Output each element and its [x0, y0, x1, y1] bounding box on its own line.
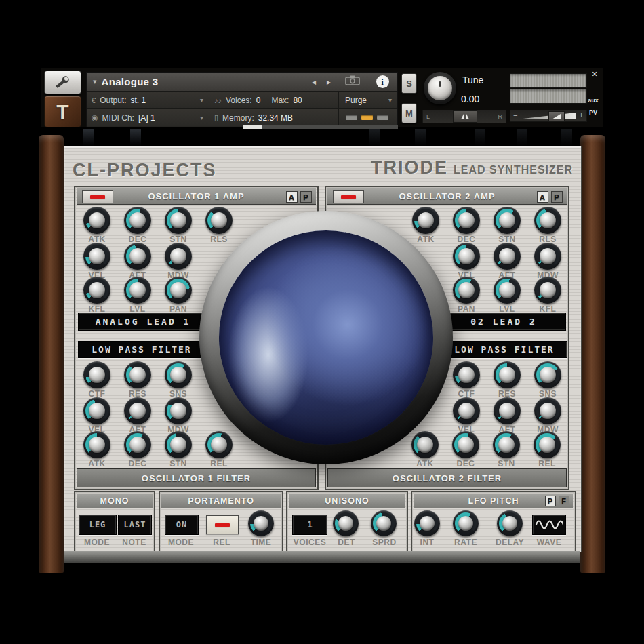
mono-leg-button[interactable]: LEG: [79, 515, 117, 535]
pv-button[interactable]: PV: [586, 109, 601, 116]
pan-handle[interactable]: [453, 110, 477, 123]
lfo-wave-label: WAVE: [537, 538, 561, 547]
knob-lvl-control[interactable]: [494, 277, 521, 304]
knob-ctf-control[interactable]: [453, 361, 480, 388]
knob-sns: SNS: [158, 361, 199, 399]
knob-rls-control[interactable]: [534, 207, 561, 234]
knob-pan-control[interactable]: [165, 277, 192, 304]
knob-cap: [498, 437, 515, 453]
osc1-p-button[interactable]: P: [300, 191, 312, 203]
portamento-rel-button[interactable]: [206, 515, 239, 534]
knob-rel-control[interactable]: [534, 431, 561, 458]
aux-button[interactable]: aux: [586, 97, 601, 104]
knob-atk-control[interactable]: [83, 431, 110, 458]
knob-dec-control[interactable]: [453, 207, 480, 234]
close-button[interactable]: ×: [587, 68, 602, 79]
knob-vel-control[interactable]: [83, 243, 110, 270]
knob-dec-control[interactable]: [124, 431, 151, 458]
knob-ctf-control[interactable]: [83, 361, 110, 388]
knob-stn-control[interactable]: [493, 431, 520, 458]
lfo-wave-display[interactable]: [532, 515, 566, 535]
mute-button[interactable]: M: [401, 103, 417, 123]
snapshot-camera-button[interactable]: [338, 73, 367, 91]
knob-stn-control[interactable]: [165, 431, 192, 458]
knob-res-control[interactable]: [124, 361, 151, 388]
knob-pan-control[interactable]: [453, 277, 480, 304]
knob-stn-control[interactable]: [494, 207, 521, 234]
osc2-filter-type-display[interactable]: LOW PASS FILTER: [441, 341, 567, 358]
instrument-dropdown-icon[interactable]: ▾: [93, 77, 97, 86]
purge-menu[interactable]: Purge ▾: [339, 92, 397, 108]
knob-cap: [129, 367, 146, 383]
knob-atk-control[interactable]: [412, 207, 439, 234]
knob-rel-control[interactable]: [205, 431, 233, 458]
minimize-button[interactable]: –: [587, 81, 602, 92]
output-value: st. 1: [130, 96, 146, 105]
knob-sns: SNS: [527, 361, 568, 399]
output-caret-icon[interactable]: ▾: [200, 96, 203, 104]
tune-label: Tune: [462, 75, 483, 85]
knob-kfl-control[interactable]: [534, 277, 561, 304]
lfo-p-button[interactable]: P: [545, 496, 556, 506]
osc1-a-button[interactable]: A: [286, 191, 298, 203]
knob-cap: [540, 282, 556, 298]
knob-aft-control[interactable]: [494, 243, 521, 270]
osc2-amp-header: OSCILLATOR 2 AMP A P: [327, 188, 567, 205]
tune-value[interactable]: 0.00: [461, 94, 479, 104]
scrollbar-thumb[interactable]: [243, 125, 262, 129]
volume-slider[interactable]: − +: [510, 110, 587, 122]
knob-sns-control[interactable]: [165, 361, 192, 388]
portamento-mode-button[interactable]: ON: [165, 515, 199, 535]
knob-mdw-control[interactable]: [165, 397, 192, 424]
osc1-preset-display[interactable]: ANALOG LEAD 1: [78, 313, 208, 331]
pan-slider[interactable]: L R: [422, 110, 506, 123]
knob-mdw-control[interactable]: [165, 243, 192, 270]
next-instrument-icon[interactable]: ▸: [327, 77, 331, 87]
triode-logo[interactable]: T: [44, 96, 81, 127]
mono-last-button[interactable]: LAST: [118, 515, 152, 535]
tune-knob[interactable]: [424, 72, 456, 104]
knob-cap: [499, 282, 515, 298]
knob-cap: [540, 212, 556, 228]
knob-aft-control[interactable]: [124, 243, 151, 270]
knob-aft-control[interactable]: [124, 397, 151, 424]
solo-button[interactable]: S: [401, 73, 417, 94]
knob-vel-control[interactable]: [83, 397, 110, 424]
portamento-time-label: TIME: [251, 538, 272, 547]
knob-res-control[interactable]: [494, 361, 521, 388]
unisono-voices-display[interactable]: 1: [292, 515, 327, 535]
wrench-button[interactable]: [44, 71, 81, 94]
osc2-a-button[interactable]: A: [537, 191, 548, 203]
midi-channel-select[interactable]: ◉ MIDI Ch: [A] 1 ▾: [87, 109, 209, 126]
knob-sns-control[interactable]: [534, 361, 561, 388]
output-select[interactable]: € Output: st. 1 ▾: [87, 92, 209, 108]
volume-handle[interactable]: [548, 111, 565, 122]
purge-caret-icon[interactable]: ▾: [388, 96, 392, 104]
prev-instrument-icon[interactable]: ◂: [312, 77, 316, 87]
knob-rls-control[interactable]: [205, 207, 233, 234]
knob-aft-control[interactable]: [494, 397, 521, 424]
osc2-preset-display[interactable]: 02 LEAD 2: [441, 313, 566, 331]
lfo-rate-label: RATE: [454, 538, 477, 547]
unisono-panel: UNISONO 1 VOICES DET SPRD: [286, 491, 408, 555]
knob-atk-control[interactable]: [411, 431, 439, 458]
osc1-filter-type-display[interactable]: LOW PASS FILTER: [78, 341, 205, 358]
osc2-p-button[interactable]: P: [551, 191, 563, 203]
knob-vel-control[interactable]: [453, 397, 480, 424]
knob-mdw-control[interactable]: [534, 397, 561, 424]
lfo-f-button[interactable]: F: [559, 496, 569, 506]
knob-kfl-control[interactable]: [83, 277, 110, 304]
info-button[interactable]: i: [367, 73, 397, 91]
osc1-power-button[interactable]: [82, 190, 113, 203]
knob-dec-control[interactable]: [452, 431, 479, 458]
knob-dec-control[interactable]: [124, 207, 151, 234]
knob-vel-control[interactable]: [453, 243, 480, 270]
knob-mdw-control[interactable]: [534, 243, 561, 270]
knob-atk-control[interactable]: [83, 207, 110, 234]
knob-lvl-control[interactable]: [124, 277, 151, 304]
triode-panel: CL-PROJECTS TRIODE LEAD SYNTHESIZER OSCI…: [64, 146, 582, 552]
midi-caret-icon[interactable]: ▾: [200, 114, 203, 121]
knob-stn-control[interactable]: [165, 207, 192, 234]
osc2-power-button[interactable]: [333, 190, 364, 203]
max-value[interactable]: 80: [293, 96, 302, 105]
